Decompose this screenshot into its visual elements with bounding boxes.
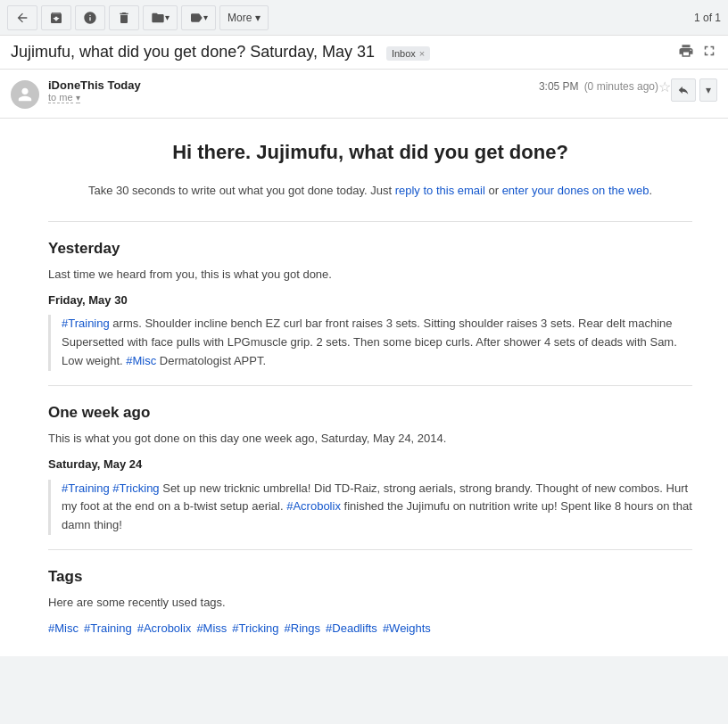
divider-1 (48, 221, 692, 222)
email-time-area: 3:05 PM (0 minutes ago) (539, 80, 658, 93)
saturday-activity: #Training #Tricking Set up new tricknic … (48, 480, 692, 535)
misc-link-1[interactable]: #Misc (126, 354, 156, 367)
archive-button[interactable] (41, 5, 71, 30)
back-button[interactable] (7, 5, 37, 30)
friday-activity: #Training arms. Shoulder incline bench E… (48, 315, 692, 370)
reply-link[interactable]: reply to this email (395, 184, 485, 197)
one-week-heading: One week ago (48, 400, 692, 424)
sender-name: iDoneThis Today (48, 78, 539, 92)
inbox-tag: Inbox × (386, 46, 430, 61)
print-icon[interactable] (678, 43, 694, 62)
back-icon (15, 11, 29, 25)
training-link-2[interactable]: #Training (62, 481, 110, 495)
one-week-subtext: This is what you got done on this day on… (48, 430, 692, 448)
tricking-link-1[interactable]: #Tricking (112, 481, 159, 495)
email-subject: Jujimufu, what did you get done? Saturda… (11, 43, 671, 62)
more-button[interactable]: More ▾ (219, 5, 269, 30)
tag-weights[interactable]: #Weights (383, 620, 431, 638)
more-actions-button[interactable]: ▾ (699, 78, 717, 102)
email-intro: Take 30 seconds to write out what you go… (48, 182, 692, 200)
tag-rings[interactable]: #Rings (285, 620, 320, 638)
archive-icon (49, 11, 63, 25)
toolbar: ▾ ▾ More ▾ 1 of 1 (0, 0, 728, 36)
subject-bar: Jujimufu, what did you get done? Saturda… (0, 36, 728, 70)
more-actions-chevron: ▾ (706, 84, 711, 96)
email-time: 3:05 PM (539, 80, 579, 93)
tag-acrobolix[interactable]: #Acrobolix (137, 620, 192, 638)
folder-chevron: ▾ (165, 12, 170, 22)
tag-misc[interactable]: #Misc (48, 620, 79, 638)
email-main-heading: Hi there. Jujimufu, what did you get don… (48, 136, 692, 168)
subject-bar-actions (678, 43, 717, 62)
label-button[interactable]: ▾ (181, 5, 216, 30)
folder-icon (151, 11, 165, 25)
email-time-ago: (0 minutes ago) (584, 80, 658, 93)
label-chevron: ▾ (203, 12, 208, 22)
friday-label: Friday, May 30 (48, 292, 692, 310)
intro-mid: or (485, 184, 502, 197)
expand-icon[interactable] (701, 43, 717, 62)
pagination: 1 of 1 (694, 12, 721, 24)
inbox-tag-label: Inbox (392, 48, 416, 59)
intro-end: . (649, 184, 652, 197)
label-icon (189, 11, 203, 25)
tags-section: Tags Here are some recently used tags. #… (48, 564, 692, 638)
more-label: More (228, 12, 252, 24)
email-actions: ▾ (671, 78, 717, 102)
tag-miss[interactable]: #Miss (196, 620, 227, 638)
info-icon (83, 11, 97, 25)
saturday-label: Saturday, May 24 (48, 456, 692, 474)
email-body: Hi there. Jujimufu, what did you get don… (0, 119, 728, 656)
tag-deadlifts[interactable]: #Deadlifts (326, 620, 377, 638)
delete-button[interactable] (109, 5, 139, 30)
avatar (11, 80, 39, 109)
yesterday-subtext: Last time we heard from you, this is wha… (48, 266, 692, 284)
divider-2 (48, 385, 692, 386)
more-chevron: ▾ (255, 12, 261, 24)
tags-heading: Tags (48, 564, 692, 588)
intro-text: Take 30 seconds to write out what you go… (88, 184, 395, 197)
star-icon[interactable]: ☆ (658, 78, 671, 95)
email-container: iDoneThis Today to me ▾ 3:05 PM (0 minut… (0, 70, 728, 656)
tag-training[interactable]: #Training (84, 620, 132, 638)
reply-button[interactable] (671, 78, 696, 102)
yesterday-heading: Yesterday (48, 236, 692, 260)
to-me[interactable]: to me ▾ (48, 92, 539, 103)
tags-list: #Misc #Training #Acrobolix #Miss #Tricki… (48, 620, 692, 638)
tag-tricking[interactable]: #Tricking (232, 620, 278, 638)
sender-info: iDoneThis Today to me ▾ (48, 78, 539, 103)
subject-title: Jujimufu, what did you get done? Saturda… (11, 43, 375, 61)
acrobolix-link-1[interactable]: #Acrobolix (286, 499, 341, 513)
info-button[interactable] (75, 5, 105, 30)
email-header: iDoneThis Today to me ▾ 3:05 PM (0 minut… (0, 70, 728, 119)
training-link-1[interactable]: #Training (62, 317, 110, 330)
toolbar-left: ▾ ▾ More ▾ (7, 5, 694, 30)
folder-button[interactable]: ▾ (143, 5, 178, 30)
delete-icon (117, 11, 131, 25)
divider-3 (48, 549, 692, 550)
inbox-tag-close[interactable]: × (419, 48, 425, 59)
tags-subtext: Here are some recently used tags. (48, 594, 692, 613)
web-link[interactable]: enter your dones on the web (502, 184, 649, 197)
